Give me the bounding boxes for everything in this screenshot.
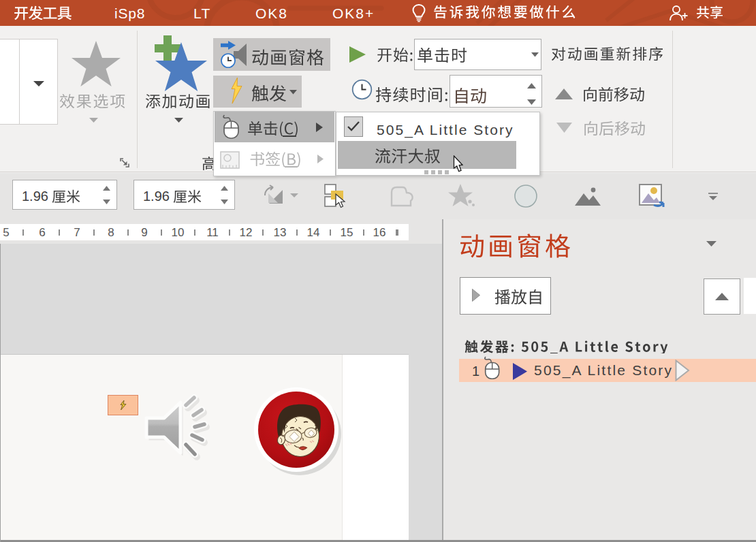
svg-text:11: 11: [206, 226, 219, 239]
svg-text:14: 14: [307, 226, 320, 239]
svg-text:5: 5: [3, 226, 9, 239]
svg-text:13: 13: [274, 226, 287, 239]
svg-text:7: 7: [74, 226, 80, 239]
svg-text:12: 12: [240, 226, 253, 239]
svg-text:9: 9: [141, 226, 147, 239]
svg-text:10: 10: [172, 226, 185, 239]
svg-text:8: 8: [108, 226, 114, 239]
svg-text:15: 15: [341, 226, 353, 239]
svg-text:6: 6: [39, 226, 45, 239]
svg-text:16: 16: [373, 226, 386, 239]
